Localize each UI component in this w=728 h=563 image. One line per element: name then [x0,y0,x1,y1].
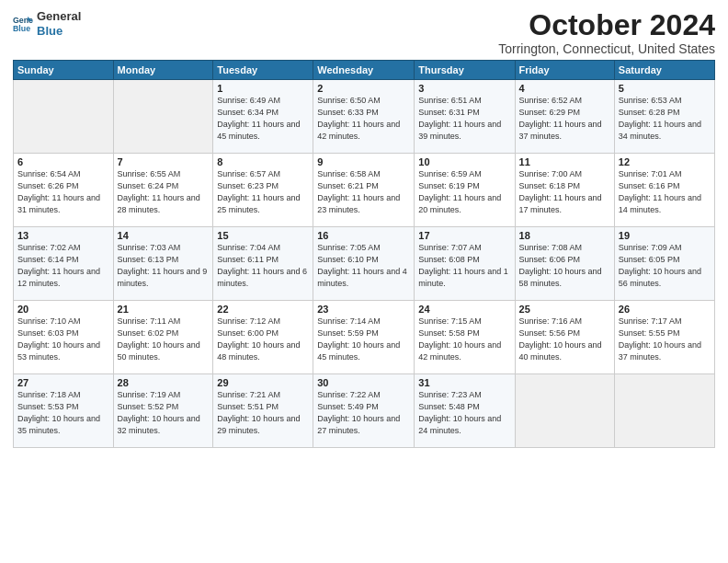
day-cell [14,80,114,154]
day-cell: 10Sunrise: 6:59 AM Sunset: 6:19 PM Dayli… [415,154,515,227]
day-detail: Sunrise: 6:57 AM Sunset: 6:23 PM Dayligh… [217,168,309,216]
day-number: 19 [619,230,711,241]
day-number: 6 [17,156,109,167]
day-cell: 9Sunrise: 6:58 AM Sunset: 6:21 PM Daylig… [313,154,415,227]
day-number: 9 [317,156,410,167]
day-detail: Sunrise: 7:23 AM Sunset: 5:48 PM Dayligh… [418,389,510,437]
week-row-2: 6Sunrise: 6:54 AM Sunset: 6:26 PM Daylig… [14,154,715,227]
weekday-header-tuesday: Tuesday [213,61,313,80]
day-detail: Sunrise: 6:54 AM Sunset: 6:26 PM Dayligh… [17,168,109,216]
logo-icon: General Blue [13,14,33,34]
weekday-header-wednesday: Wednesday [313,61,415,80]
day-number: 27 [17,377,109,388]
weekday-header-saturday: Saturday [614,61,714,80]
day-detail: Sunrise: 7:14 AM Sunset: 5:59 PM Dayligh… [317,316,410,363]
day-number: 16 [317,230,410,241]
day-cell: 26Sunrise: 7:17 AM Sunset: 5:55 PM Dayli… [614,301,714,374]
day-cell: 1Sunrise: 6:49 AM Sunset: 6:34 PM Daylig… [213,80,313,154]
day-number: 2 [317,83,410,94]
week-row-4: 20Sunrise: 7:10 AM Sunset: 6:03 PM Dayli… [14,301,715,374]
day-cell: 13Sunrise: 7:02 AM Sunset: 6:14 PM Dayli… [14,227,114,301]
day-cell: 4Sunrise: 6:52 AM Sunset: 6:29 PM Daylig… [515,80,614,154]
day-cell: 22Sunrise: 7:12 AM Sunset: 6:00 PM Dayli… [213,301,313,374]
day-cell: 2Sunrise: 6:50 AM Sunset: 6:33 PM Daylig… [313,80,415,154]
day-detail: Sunrise: 6:51 AM Sunset: 6:31 PM Dayligh… [418,95,510,143]
day-number: 10 [418,156,510,167]
day-detail: Sunrise: 7:15 AM Sunset: 5:58 PM Dayligh… [418,316,510,363]
svg-text:Blue: Blue [13,24,30,33]
day-cell: 3Sunrise: 6:51 AM Sunset: 6:31 PM Daylig… [415,80,515,154]
day-number: 14 [118,230,210,241]
day-number: 11 [519,156,610,167]
day-detail: Sunrise: 6:55 AM Sunset: 6:24 PM Dayligh… [118,168,210,216]
day-cell: 17Sunrise: 7:07 AM Sunset: 6:08 PM Dayli… [415,227,515,301]
day-number: 3 [418,83,510,94]
day-cell [113,80,213,154]
day-cell: 20Sunrise: 7:10 AM Sunset: 6:03 PM Dayli… [14,301,114,374]
day-number: 1 [217,83,309,94]
day-detail: Sunrise: 6:53 AM Sunset: 6:28 PM Dayligh… [619,95,711,143]
day-detail: Sunrise: 6:50 AM Sunset: 6:33 PM Dayligh… [317,95,410,143]
weekday-header-thursday: Thursday [415,61,515,80]
day-cell [614,374,714,448]
day-cell [515,374,614,448]
weekday-header-friday: Friday [515,61,614,80]
day-cell: 6Sunrise: 6:54 AM Sunset: 6:26 PM Daylig… [14,154,114,227]
day-cell: 31Sunrise: 7:23 AM Sunset: 5:48 PM Dayli… [415,374,515,448]
day-number: 13 [17,230,109,241]
day-detail: Sunrise: 7:11 AM Sunset: 6:02 PM Dayligh… [118,316,210,363]
day-number: 17 [418,230,510,241]
day-cell: 24Sunrise: 7:15 AM Sunset: 5:58 PM Dayli… [415,301,515,374]
day-detail: Sunrise: 7:09 AM Sunset: 6:05 PM Dayligh… [619,242,711,290]
day-detail: Sunrise: 7:03 AM Sunset: 6:13 PM Dayligh… [118,242,210,290]
header-row: General Blue General Blue October 2024 T… [13,9,715,56]
logo: General Blue General Blue [13,9,81,38]
calendar-table: SundayMondayTuesdayWednesdayThursdayFrid… [13,60,715,448]
day-detail: Sunrise: 7:08 AM Sunset: 6:06 PM Dayligh… [519,242,610,290]
day-number: 28 [118,377,210,388]
day-number: 25 [519,304,610,315]
day-number: 18 [519,230,610,241]
day-cell: 16Sunrise: 7:05 AM Sunset: 6:10 PM Dayli… [313,227,415,301]
day-detail: Sunrise: 6:52 AM Sunset: 6:29 PM Dayligh… [519,95,610,143]
day-cell: 18Sunrise: 7:08 AM Sunset: 6:06 PM Dayli… [515,227,614,301]
location-title: Torrington, Connecticut, United States [498,41,715,56]
day-detail: Sunrise: 7:10 AM Sunset: 6:03 PM Dayligh… [17,316,109,363]
weekday-header-sunday: Sunday [14,61,114,80]
day-cell: 5Sunrise: 6:53 AM Sunset: 6:28 PM Daylig… [614,80,714,154]
day-detail: Sunrise: 7:00 AM Sunset: 6:18 PM Dayligh… [519,168,610,216]
day-number: 8 [217,156,309,167]
day-detail: Sunrise: 7:12 AM Sunset: 6:00 PM Dayligh… [217,316,309,363]
day-number: 5 [619,83,711,94]
day-number: 21 [118,304,210,315]
day-number: 22 [217,304,309,315]
day-number: 20 [17,304,109,315]
day-number: 31 [418,377,510,388]
title-block: October 2024 Torrington, Connecticut, Un… [498,9,715,56]
month-title: October 2024 [498,9,715,41]
logo-text: General Blue [37,9,81,38]
day-number: 24 [418,304,510,315]
day-cell: 7Sunrise: 6:55 AM Sunset: 6:24 PM Daylig… [113,154,213,227]
day-cell: 29Sunrise: 7:21 AM Sunset: 5:51 PM Dayli… [213,374,313,448]
day-cell: 12Sunrise: 7:01 AM Sunset: 6:16 PM Dayli… [614,154,714,227]
day-cell: 28Sunrise: 7:19 AM Sunset: 5:52 PM Dayli… [113,374,213,448]
day-detail: Sunrise: 7:16 AM Sunset: 5:56 PM Dayligh… [519,316,610,363]
day-number: 23 [317,304,410,315]
day-detail: Sunrise: 6:59 AM Sunset: 6:19 PM Dayligh… [418,168,510,216]
day-detail: Sunrise: 7:19 AM Sunset: 5:52 PM Dayligh… [118,389,210,437]
day-detail: Sunrise: 7:18 AM Sunset: 5:53 PM Dayligh… [17,389,109,437]
day-number: 12 [619,156,711,167]
day-detail: Sunrise: 7:21 AM Sunset: 5:51 PM Dayligh… [217,389,309,437]
day-detail: Sunrise: 7:04 AM Sunset: 6:11 PM Dayligh… [217,242,309,290]
day-detail: Sunrise: 7:07 AM Sunset: 6:08 PM Dayligh… [418,242,510,290]
day-cell: 21Sunrise: 7:11 AM Sunset: 6:02 PM Dayli… [113,301,213,374]
day-detail: Sunrise: 7:05 AM Sunset: 6:10 PM Dayligh… [317,242,410,290]
weekday-header-row: SundayMondayTuesdayWednesdayThursdayFrid… [14,61,715,80]
day-cell: 25Sunrise: 7:16 AM Sunset: 5:56 PM Dayli… [515,301,614,374]
week-row-5: 27Sunrise: 7:18 AM Sunset: 5:53 PM Dayli… [14,374,715,448]
day-cell: 14Sunrise: 7:03 AM Sunset: 6:13 PM Dayli… [113,227,213,301]
weekday-header-monday: Monday [113,61,213,80]
day-cell: 23Sunrise: 7:14 AM Sunset: 5:59 PM Dayli… [313,301,415,374]
day-number: 30 [317,377,410,388]
